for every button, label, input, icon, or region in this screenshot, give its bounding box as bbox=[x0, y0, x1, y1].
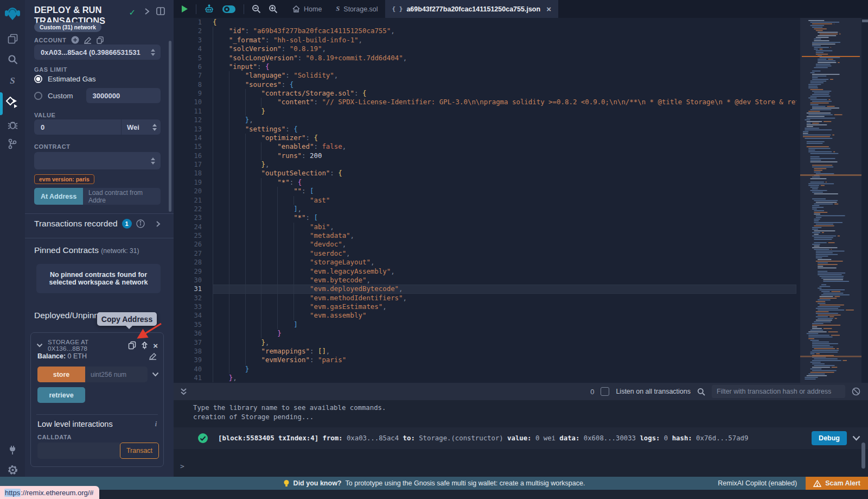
clear-filter-ban-icon[interactable] bbox=[852, 387, 860, 396]
code-line[interactable]: "outputSelection": { bbox=[213, 169, 796, 178]
pin-panel-chevron-icon[interactable] bbox=[144, 8, 150, 15]
account-select[interactable]: 0xA03...85ac4 (0.39866531531 bbox=[34, 45, 161, 60]
code-line[interactable]: } bbox=[213, 365, 796, 374]
code-line[interactable]: } bbox=[213, 107, 796, 116]
code-editor[interactable]: 1234567891011121314151617181920212223242… bbox=[174, 18, 868, 383]
transact-button[interactable]: Transact bbox=[120, 443, 159, 459]
code-line[interactable]: "input": { bbox=[213, 62, 796, 71]
expand-log-chevron-icon[interactable] bbox=[852, 435, 860, 441]
ai-assistant-robot-icon[interactable] bbox=[204, 4, 214, 14]
code-line[interactable]: "*": { bbox=[213, 178, 796, 187]
at-address-input[interactable]: Load contract from Addre bbox=[83, 188, 161, 205]
code-line[interactable]: "sources": { bbox=[213, 80, 796, 89]
info-icon[interactable] bbox=[136, 219, 145, 228]
file-explorer-icon[interactable] bbox=[0, 29, 25, 48]
code-line[interactable]: "": [ bbox=[213, 187, 796, 195]
store-function-button[interactable]: store bbox=[37, 367, 85, 382]
edit-balance-icon[interactable] bbox=[149, 352, 157, 360]
code-line[interactable]: "settings": { bbox=[213, 125, 796, 134]
code-line[interactable]: "ast" bbox=[213, 196, 796, 205]
close-tab-icon[interactable]: × bbox=[546, 4, 551, 14]
code-line[interactable]: "evm.bytecode", bbox=[213, 276, 796, 285]
debugger-icon[interactable] bbox=[0, 115, 25, 134]
code-line[interactable]: "evm.assembly" bbox=[213, 311, 796, 320]
run-script-icon[interactable] bbox=[181, 5, 188, 13]
estimated-gas-radio[interactable] bbox=[34, 75, 42, 83]
code-line[interactable]: "contracts/Storage.sol": { bbox=[213, 89, 796, 98]
code-line[interactable]: "evm.legacyAssembly", bbox=[213, 267, 796, 276]
panel-scrollbar[interactable] bbox=[169, 41, 171, 212]
add-account-icon[interactable] bbox=[71, 36, 79, 44]
tab-home[interactable]: Home bbox=[285, 0, 329, 18]
code-line[interactable]: ], bbox=[213, 205, 796, 213]
calldata-input[interactable] bbox=[37, 443, 120, 459]
code-line[interactable]: "storageLayout", bbox=[213, 258, 796, 267]
code-line[interactable]: "evm.methodIdentifiers", bbox=[213, 294, 796, 302]
code-line[interactable]: "abi", bbox=[213, 223, 796, 231]
minimap[interactable] bbox=[800, 18, 861, 383]
horizontal-scrollbar[interactable] bbox=[862, 20, 868, 22]
tab-storage-sol[interactable]: S Storage.sol bbox=[329, 0, 385, 18]
code-line[interactable]: "evm.gasEstimates", bbox=[213, 302, 796, 311]
at-address-button[interactable]: At Address bbox=[34, 188, 83, 205]
terminal-prompt[interactable]: > bbox=[180, 462, 184, 470]
deploy-and-run-icon[interactable] bbox=[0, 93, 25, 112]
settings-gear-icon[interactable] bbox=[0, 460, 25, 479]
tab-json-active[interactable]: { } a69b43f277ba20fcac141151250ca755.jso… bbox=[385, 0, 558, 18]
filter-transactions-input[interactable] bbox=[712, 385, 845, 398]
code-line[interactable]: { bbox=[213, 18, 796, 27]
collapse-terminal-icon[interactable] bbox=[174, 388, 187, 396]
code-line[interactable]: "solcVersion": "0.8.19", bbox=[213, 45, 796, 53]
code-line[interactable]: "devdoc", bbox=[213, 240, 796, 249]
code-line[interactable]: "id": "a69b43f277ba20fcac141151250ca755"… bbox=[213, 27, 796, 35]
code-line[interactable]: } bbox=[213, 329, 796, 338]
copilot-toggle-icon[interactable] bbox=[222, 5, 236, 14]
code-line[interactable]: "evmVersion": "paris" bbox=[213, 356, 796, 364]
code-line[interactable]: "userdoc", bbox=[213, 249, 796, 258]
code-line[interactable]: "remappings": [], bbox=[213, 347, 796, 356]
edit-account-icon[interactable] bbox=[84, 36, 92, 44]
plugin-manager-icon[interactable] bbox=[0, 441, 25, 459]
value-input[interactable]: 0 bbox=[34, 119, 121, 135]
contract-select[interactable] bbox=[34, 152, 161, 169]
code-line[interactable]: "enabled": false, bbox=[213, 142, 796, 151]
expand-transactions-chevron-icon[interactable] bbox=[156, 220, 161, 228]
code-line[interactable]: "runs": 200 bbox=[213, 151, 796, 160]
code-line[interactable]: "*": [ bbox=[213, 213, 796, 222]
expand-args-chevron-icon[interactable] bbox=[152, 372, 159, 377]
code-line[interactable]: ] bbox=[213, 320, 796, 329]
copy-account-icon[interactable] bbox=[97, 36, 104, 44]
account-stepper-icon[interactable] bbox=[151, 49, 161, 56]
value-unit-select[interactable]: Wei bbox=[122, 119, 161, 135]
listen-all-checkbox[interactable] bbox=[601, 387, 609, 396]
custom-gas-input[interactable]: 3000000 bbox=[86, 88, 161, 103]
debug-button[interactable]: Debug bbox=[812, 431, 847, 445]
code-line[interactable]: "content": "// SPDX-License-Identifier: … bbox=[213, 98, 796, 106]
code-line[interactable]: }, bbox=[213, 116, 796, 124]
code-line[interactable]: }, bbox=[213, 374, 796, 382]
solidity-compiler-icon[interactable]: S bbox=[0, 72, 25, 90]
code-line[interactable]: "metadata", bbox=[213, 231, 796, 240]
transaction-log-row[interactable]: [block:5583405 txIndex:4] from: 0xa03...… bbox=[174, 427, 868, 449]
code-line[interactable]: }, bbox=[213, 160, 796, 169]
code-line[interactable]: "_format": "hh-sol-build-info-1", bbox=[213, 36, 796, 45]
zoom-out-icon[interactable] bbox=[252, 4, 261, 14]
terminal-scrollbar[interactable] bbox=[861, 443, 865, 469]
store-args-input[interactable]: uint256 num bbox=[85, 367, 148, 382]
retrieve-function-button[interactable]: retrieve bbox=[37, 387, 85, 403]
code-line[interactable]: "evm.deployedBytecode", bbox=[213, 285, 796, 293]
collapse-chevron-icon[interactable] bbox=[36, 343, 43, 348]
remix-logo[interactable] bbox=[0, 3, 25, 24]
terminal-search-icon[interactable] bbox=[697, 388, 705, 396]
code-line[interactable]: "solcLongVersion": "0.8.19+commit.7dd6d4… bbox=[213, 54, 796, 62]
layout-columns-icon[interactable] bbox=[156, 7, 165, 15]
zoom-in-icon[interactable] bbox=[269, 4, 278, 14]
code-line[interactable]: "language": "Solidity", bbox=[213, 71, 796, 80]
custom-gas-radio[interactable] bbox=[34, 92, 42, 100]
source-control-icon[interactable] bbox=[0, 135, 25, 153]
copilot-status[interactable]: RemixAI Copilot (enabled) bbox=[718, 479, 806, 487]
code-line[interactable]: }, bbox=[213, 338, 796, 347]
search-icon[interactable] bbox=[0, 50, 25, 68]
scam-alert-button[interactable]: Scam Alert bbox=[806, 477, 868, 490]
info-icon[interactable]: i bbox=[155, 420, 157, 428]
